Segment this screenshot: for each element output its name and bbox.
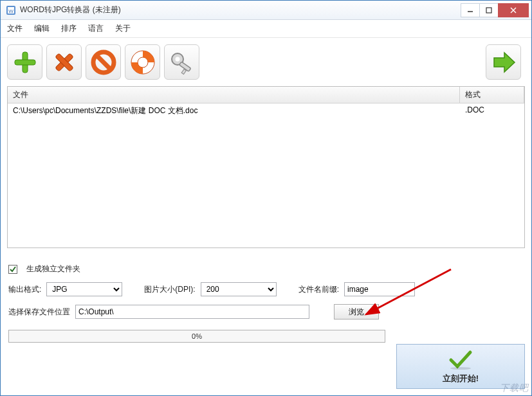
menu-language[interactable]: 语言 [88,23,104,34]
checkmark-icon [447,348,474,370]
title-bar: W WORD转JPG转换器 (未注册) [1,1,531,20]
dpi-label: 图片大小(DPI): [144,284,195,295]
clear-button[interactable] [86,44,121,80]
key-icon [169,49,196,76]
cell-file: C:\Users\pc\Documents\ZZDS\file\新建 DOC 文… [8,104,460,118]
svg-point-14 [138,57,148,68]
svg-rect-4 [486,8,491,13]
start-label: 立刻开始! [443,373,479,384]
out-format-label: 输出格式: [8,284,41,295]
gen-folder-label: 生成独立文件夹 [26,264,80,274]
menu-edit[interactable]: 编辑 [34,23,50,34]
prefix-label: 文件名前缀: [298,284,339,295]
check-icon [9,266,17,273]
svg-line-12 [96,55,111,69]
svg-point-16 [175,57,179,61]
col-format-header[interactable]: 格式 [460,87,524,103]
col-file-header[interactable]: 文件 [8,87,460,103]
progress-bar: 0% [8,330,385,343]
arrow-right-icon [490,49,517,76]
options-panel: 生成独立文件夹 输出格式: JPG 图片大小(DPI): 200 文件名前缀: … [1,248,531,330]
close-button[interactable] [498,3,529,17]
gen-folder-checkbox[interactable] [8,265,17,274]
maximize-button[interactable] [479,3,499,17]
x-icon [51,50,77,75]
output-label: 选择保存文件位置 [8,307,70,318]
toolbar [1,38,531,84]
help-button[interactable] [125,44,160,80]
cell-format: .DOC [460,104,524,118]
add-button[interactable] [7,44,42,80]
remove-button[interactable] [46,44,82,80]
next-button[interactable] [486,44,521,80]
svg-rect-8 [15,60,35,65]
svg-text:W: W [8,8,14,14]
progress-text: 0% [192,332,202,340]
table-row[interactable]: C:\Users\pc\Documents\ZZDS\file\新建 DOC 文… [8,104,524,118]
output-path-input[interactable] [75,305,309,319]
menu-sort[interactable]: 排序 [61,23,77,34]
window-controls [461,3,529,17]
minimize-button[interactable] [461,3,480,17]
menu-about[interactable]: 关于 [115,23,131,34]
plus-icon [12,50,38,75]
dpi-select[interactable]: 200 [201,282,277,296]
register-button[interactable] [164,44,199,80]
menu-file[interactable]: 文件 [7,23,23,34]
watermark: 下载吧 [500,382,529,394]
browse-button[interactable]: 浏览 [334,304,379,320]
app-window: W WORD转JPG转换器 (未注册) 文件 编辑 排序 语言 关于 文件 格式… [0,0,532,396]
file-table: 文件 格式 C:\Users\pc\Documents\ZZDS\file\新建… [7,86,525,248]
no-entry-icon [91,50,116,75]
svg-rect-18 [181,69,186,74]
table-header: 文件 格式 [8,87,524,104]
out-format-select[interactable]: JPG [46,282,122,296]
menu-bar: 文件 编辑 排序 语言 关于 [1,20,531,38]
window-title: WORD转JPG转换器 (未注册) [20,4,461,15]
svg-point-19 [450,367,471,370]
lifebuoy-icon [129,49,156,76]
app-icon: W [6,5,16,15]
prefix-input[interactable] [344,282,415,296]
